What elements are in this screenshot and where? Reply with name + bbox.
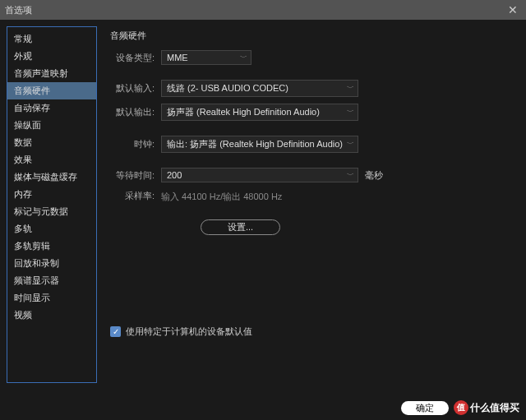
use-machine-defaults-checkbox[interactable]: ✓	[110, 326, 121, 337]
sidebar-item[interactable]: 视频	[7, 307, 96, 324]
row-device-type: 设备类型: MME ﹀	[110, 50, 513, 65]
footer: 确定 值 什么值得买	[401, 400, 519, 415]
clock-value: 输出: 扬声器 (Realtek High Definition Audio)	[167, 138, 343, 150]
device-type-dropdown[interactable]: MME ﹀	[161, 50, 251, 65]
chevron-down-icon: ﹀	[347, 170, 354, 181]
default-input-label: 默认输入:	[110, 82, 155, 95]
ok-button[interactable]: 确定	[401, 401, 449, 415]
sidebar-item[interactable]: 操纵面	[7, 117, 96, 134]
row-default-output: 默认输出: 扬声器 (Realtek High Definition Audio…	[110, 104, 513, 121]
panel-title: 音频硬件	[110, 30, 513, 42]
latency-label: 等待时间:	[110, 169, 155, 182]
titlebar: 首选项 ✕	[0, 0, 526, 20]
sidebar-item[interactable]: 频谱显示器	[7, 272, 96, 289]
default-input-value: 线路 (2- USB AUDIO CODEC)	[167, 82, 288, 95]
content: 常规外观音频声道映射音频硬件自动保存操纵面数据效果媒体与磁盘缓存内存标记与元数据…	[0, 20, 526, 390]
sidebar-item[interactable]: 多轨	[7, 220, 96, 238]
samplerate-label: 采样率:	[110, 190, 155, 202]
main-panel: 音频硬件 设备类型: MME ﹀ 默认输入: 线路 (2- USB AUDIO …	[104, 26, 519, 383]
row-clock: 时钟: 输出: 扬声器 (Realtek High Definition Aud…	[110, 136, 513, 153]
sidebar-item[interactable]: 自动保存	[7, 99, 96, 117]
chevron-down-icon: ﹀	[347, 83, 354, 94]
samplerate-value: 输入 44100 Hz/输出 48000 Hz	[161, 191, 282, 203]
close-icon[interactable]: ✕	[505, 3, 521, 16]
sidebar-item[interactable]: 音频声道映射	[7, 65, 96, 82]
row-samplerate: 采样率: 输入 44100 Hz/输出 48000 Hz	[110, 189, 513, 203]
clock-label: 时钟:	[110, 138, 155, 150]
settings-button[interactable]: 设置...	[201, 219, 280, 235]
sidebar-item[interactable]: 内存	[7, 186, 96, 203]
default-output-value: 扬声器 (Realtek High Definition Audio)	[167, 106, 320, 118]
sidebar-item[interactable]: 数据	[7, 134, 96, 151]
sidebar-item[interactable]: 时间显示	[7, 289, 96, 307]
checkbox-label: 使用特定于计算机的设备默认值	[126, 325, 252, 338]
default-input-dropdown[interactable]: 线路 (2- USB AUDIO CODEC) ﹀	[161, 80, 358, 97]
sidebar-item[interactable]: 媒体与磁盘缓存	[7, 168, 96, 186]
sidebar-item[interactable]: 回放和录制	[7, 255, 96, 272]
device-type-label: 设备类型:	[110, 52, 155, 64]
window-title: 首选项	[5, 4, 32, 16]
sidebar: 常规外观音频声道映射音频硬件自动保存操纵面数据效果媒体与磁盘缓存内存标记与元数据…	[7, 26, 97, 383]
chevron-down-icon: ﹀	[347, 107, 354, 118]
sidebar-item[interactable]: 常规	[7, 30, 96, 48]
row-latency: 等待时间: 200 ﹀ 毫秒	[110, 168, 513, 182]
default-output-label: 默认输出:	[110, 106, 155, 118]
default-output-dropdown[interactable]: 扬声器 (Realtek High Definition Audio) ﹀	[161, 104, 358, 121]
sidebar-item[interactable]: 效果	[7, 151, 96, 168]
latency-dropdown[interactable]: 200 ﹀	[161, 168, 358, 182]
watermark-text: 什么值得买	[470, 401, 519, 415]
watermark-icon: 值	[454, 400, 468, 415]
watermark: 值 什么值得买	[454, 400, 519, 415]
sidebar-item[interactable]: 标记与元数据	[7, 203, 96, 220]
clock-dropdown[interactable]: 输出: 扬声器 (Realtek High Definition Audio) …	[161, 136, 358, 153]
chevron-down-icon: ﹀	[347, 139, 354, 150]
sidebar-item[interactable]: 外观	[7, 48, 96, 65]
sidebar-item[interactable]: 多轨剪辑	[7, 238, 96, 255]
chevron-down-icon: ﹀	[240, 53, 247, 63]
row-default-input: 默认输入: 线路 (2- USB AUDIO CODEC) ﹀	[110, 80, 513, 97]
device-type-value: MME	[167, 53, 188, 62]
latency-value: 200	[167, 170, 182, 180]
checkbox-row: ✓ 使用特定于计算机的设备默认值	[110, 325, 513, 338]
latency-unit: 毫秒	[365, 169, 383, 182]
sidebar-item[interactable]: 音频硬件	[7, 82, 96, 99]
